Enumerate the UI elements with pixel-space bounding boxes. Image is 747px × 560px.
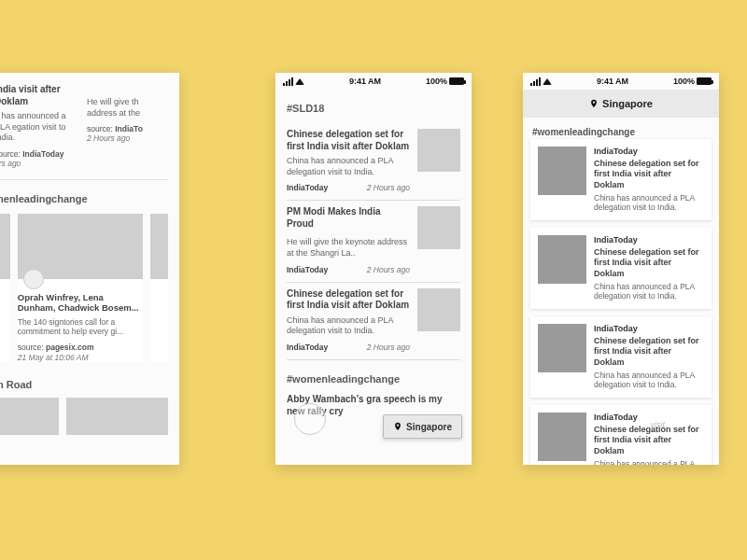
list-item[interactable]: IndiaToday Chinese delegation set for fi… [530, 405, 712, 465]
touch-indicator [294, 403, 326, 435]
location-pin-icon [589, 98, 599, 109]
article-right[interactable]: He will give th address at the source: I… [87, 84, 168, 168]
section-hashtag[interactable]: m Road [0, 379, 168, 390]
status-time: 9:41 AM [597, 77, 628, 86]
article-thumbnail [538, 147, 586, 195]
article-snippet: China has announced a PLA delegation vis… [287, 156, 410, 177]
location-label: Singapore [602, 98, 653, 109]
battery-percent: 100% [426, 77, 447, 86]
article-source: source: IndiaTo [87, 124, 168, 133]
status-bar: 9:41 AM 100% [523, 73, 719, 90]
status-bar: 9:41 AM 100% [275, 73, 472, 90]
image-row [0, 398, 168, 435]
card-image [18, 214, 143, 279]
article-title [87, 84, 168, 93]
location-pin-icon [393, 421, 402, 432]
article-row[interactable]: PM Modi Makes India Proud He will give t… [287, 201, 460, 282]
mockup-phone-1: India visit after Doklam a has announced… [0, 73, 179, 465]
mockup-phone-2: 9:41 AM 100% #SLD18 Chinese delegation s… [275, 73, 472, 465]
article-thumbnail [538, 413, 586, 461]
article-snippet: China has announced a PLA delegation vis… [287, 315, 410, 337]
section-hashtag[interactable]: #womenleadingchange [532, 127, 712, 137]
cards-row: ation ry raged es.. Oprah Winfrey, Lena … [0, 214, 168, 362]
article-thumbnail [417, 288, 460, 331]
section-hashtag[interactable]: #womenleadingchange [287, 373, 460, 385]
article-snippet: He will give the keynote address at the … [287, 237, 410, 259]
section-hashtag[interactable]: #SLD18 [287, 103, 460, 114]
article-snippet: He will give th address at the [87, 97, 168, 119]
card-title: Oprah Winfrey, Lena Dunham, Chadwick Bos… [18, 292, 143, 314]
article-row[interactable]: Chinese delegation set for first India v… [287, 123, 460, 201]
article-time: 2 Hours ago [367, 183, 410, 192]
list-item[interactable]: IndiaToday Chinese delegation set for fi… [530, 316, 712, 398]
article-source: IndiaToday [594, 324, 704, 333]
article-snippet: a has announced a PLA egation visit to I… [0, 111, 76, 144]
thumbnail[interactable] [66, 398, 168, 435]
card-title: ation ry [0, 292, 10, 302]
article-snippet: China has announced a PLA delegation vis… [594, 371, 704, 390]
story-card[interactable] [150, 214, 168, 362]
article-title: PM Modi Makes India Proud [287, 206, 410, 230]
article-time: 2 Hours ago [367, 343, 410, 352]
article-source: IndiaToday [287, 265, 328, 274]
card-image [0, 214, 10, 279]
article-row[interactable]: Chinese delegation set for first India v… [287, 283, 460, 360]
signal-icon [530, 77, 541, 86]
article-source: source: IndiaToday [0, 149, 76, 159]
card-snippet: raged es.. [0, 306, 10, 316]
card-date: 21 May at 10:06 AM [18, 353, 143, 362]
article-source: IndiaToday [287, 183, 328, 192]
article-snippet: China has announced a PLA delegation vis… [594, 193, 704, 213]
article-title: Chinese delegation set for first India v… [594, 247, 704, 279]
wifi-icon [543, 78, 552, 85]
story-card[interactable]: ation ry raged es.. [0, 214, 10, 362]
wifi-icon [295, 78, 304, 85]
thumbnail[interactable] [0, 398, 59, 435]
list-item[interactable]: IndiaToday Chinese delegation set for fi… [530, 139, 712, 220]
article-source: IndiaToday [594, 413, 704, 422]
article-thumbnail [417, 129, 460, 172]
location-chip[interactable]: Singapore [383, 414, 462, 439]
article-thumbnail [417, 206, 460, 249]
article-title: India visit after Doklam [0, 84, 76, 107]
card-source: source: pagesix.com [18, 343, 143, 352]
article-title: Chinese delegation set for first India v… [287, 129, 410, 152]
battery-percent: 100% [673, 77, 695, 86]
ghost-label: visit [651, 420, 666, 429]
article-snippet: China has announced a PLA delegation vis… [594, 282, 704, 301]
article-thumbnail [538, 324, 586, 372]
signal-icon [283, 77, 293, 86]
article-title: Chinese delegation set for first India v… [594, 425, 704, 456]
article-title: Chinese delegation set for first India v… [594, 159, 704, 190]
location-header[interactable]: Singapore [523, 90, 719, 118]
article-source: IndiaToday [594, 235, 704, 245]
top-article-pair: India visit after Doklam a has announced… [0, 78, 168, 175]
mockup-phone-3: 9:41 AM 100% Singapore #womenleadingchan… [523, 73, 719, 465]
section-hashtag[interactable]: menleadingchange [0, 193, 168, 204]
article-time: 2 Hours ago [367, 265, 410, 274]
article-source: IndiaToday [287, 343, 328, 352]
article-time: urs ago [0, 159, 76, 168]
card-snippet: The 140 signtories call for a commitment… [18, 317, 143, 337]
list-item[interactable]: IndiaToday Chinese delegation set for fi… [530, 228, 712, 309]
card-image [150, 214, 168, 279]
article-left[interactable]: India visit after Doklam a has announced… [0, 84, 76, 168]
battery-icon [697, 77, 712, 85]
article-time: 2 Hours ago [87, 133, 168, 143]
article-source: IndiaToday [594, 147, 704, 156]
article-title: Chinese delegation set for first India v… [287, 288, 410, 312]
avatar [23, 269, 44, 289]
status-time: 9:41 AM [349, 77, 381, 86]
location-label: Singapore [406, 422, 452, 432]
article-snippet: China has announced a PLA delegation vis… [594, 459, 704, 465]
article-title: Chinese delegation set for first India v… [594, 336, 704, 368]
battery-icon [449, 77, 464, 85]
story-card[interactable]: Oprah Winfrey, Lena Dunham, Chadwick Bos… [18, 214, 143, 362]
article-thumbnail [538, 235, 586, 284]
